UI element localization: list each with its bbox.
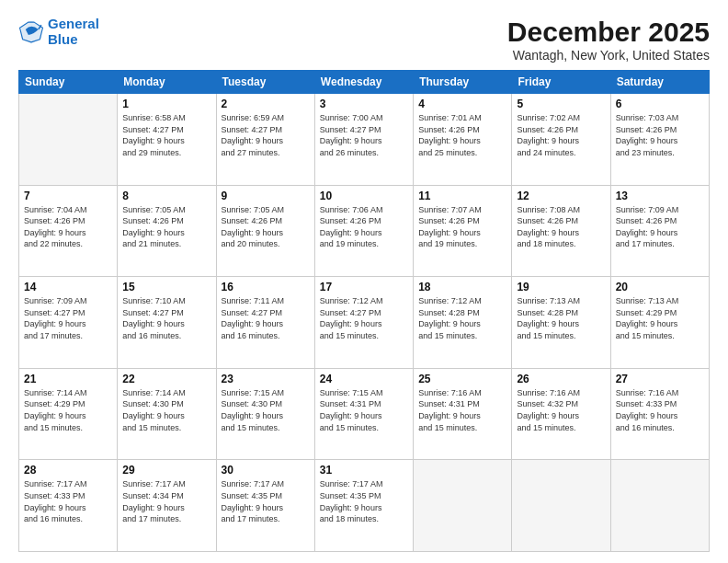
calendar-header-wednesday: Wednesday (314, 71, 413, 94)
calendar-table: SundayMondayTuesdayWednesdayThursdayFrid… (18, 70, 710, 552)
day-number: 15 (122, 281, 210, 293)
calendar-cell: 31Sunrise: 7:17 AM Sunset: 4:35 PM Dayli… (314, 460, 413, 552)
day-number: 1 (122, 98, 210, 110)
calendar-cell: 18Sunrise: 7:12 AM Sunset: 4:28 PM Dayli… (414, 277, 512, 369)
calendar-header-sunday: Sunday (19, 71, 118, 94)
calendar-cell (512, 460, 610, 552)
day-info: Sunrise: 7:17 AM Sunset: 4:35 PM Dayligh… (222, 478, 310, 524)
calendar-header-saturday: Saturday (610, 71, 709, 94)
day-info: Sunrise: 7:15 AM Sunset: 4:30 PM Dayligh… (222, 387, 310, 433)
day-number: 21 (24, 373, 112, 385)
calendar-cell: 22Sunrise: 7:14 AM Sunset: 4:30 PM Dayli… (118, 368, 216, 460)
day-info: Sunrise: 7:10 AM Sunset: 4:27 PM Dayligh… (122, 295, 210, 341)
logo-icon (18, 19, 44, 45)
day-number: 23 (222, 373, 310, 385)
day-info: Sunrise: 7:12 AM Sunset: 4:28 PM Dayligh… (418, 295, 506, 341)
day-info: Sunrise: 7:17 AM Sunset: 4:34 PM Dayligh… (122, 478, 210, 524)
calendar-cell: 6Sunrise: 7:03 AM Sunset: 4:26 PM Daylig… (610, 94, 709, 186)
day-info: Sunrise: 7:14 AM Sunset: 4:29 PM Dayligh… (24, 387, 112, 433)
day-info: Sunrise: 6:58 AM Sunset: 4:27 PM Dayligh… (122, 112, 210, 158)
calendar-cell: 27Sunrise: 7:16 AM Sunset: 4:33 PM Dayli… (610, 368, 709, 460)
day-number: 11 (418, 190, 506, 202)
day-info: Sunrise: 7:16 AM Sunset: 4:33 PM Dayligh… (616, 387, 704, 433)
day-number: 17 (320, 281, 408, 293)
day-info: Sunrise: 7:00 AM Sunset: 4:27 PM Dayligh… (320, 112, 408, 158)
calendar-cell: 13Sunrise: 7:09 AM Sunset: 4:26 PM Dayli… (610, 185, 709, 277)
day-number: 19 (517, 281, 605, 293)
logo-text: General Blue (48, 17, 99, 47)
day-number: 25 (418, 373, 506, 385)
calendar-cell: 4Sunrise: 7:01 AM Sunset: 4:26 PM Daylig… (414, 94, 512, 186)
calendar-cell: 11Sunrise: 7:07 AM Sunset: 4:26 PM Dayli… (414, 185, 512, 277)
logo-line1: General (48, 16, 99, 31)
day-info: Sunrise: 7:04 AM Sunset: 4:26 PM Dayligh… (24, 204, 112, 250)
day-info: Sunrise: 7:13 AM Sunset: 4:28 PM Dayligh… (517, 295, 605, 341)
day-info: Sunrise: 7:05 AM Sunset: 4:26 PM Dayligh… (222, 204, 310, 250)
day-info: Sunrise: 7:14 AM Sunset: 4:30 PM Dayligh… (122, 387, 210, 433)
day-number: 28 (24, 464, 112, 477)
day-info: Sunrise: 7:01 AM Sunset: 4:26 PM Dayligh… (418, 112, 506, 158)
page: General Blue December 2025 Wantagh, New … (0, 0, 728, 563)
day-info: Sunrise: 7:11 AM Sunset: 4:27 PM Dayligh… (222, 295, 310, 341)
day-info: Sunrise: 6:59 AM Sunset: 4:27 PM Dayligh… (222, 112, 310, 158)
logo-line2: Blue (48, 31, 78, 47)
day-number: 16 (222, 281, 310, 293)
day-info: Sunrise: 7:07 AM Sunset: 4:26 PM Dayligh… (418, 204, 506, 250)
calendar-cell: 26Sunrise: 7:16 AM Sunset: 4:32 PM Dayli… (512, 368, 610, 460)
calendar-cell: 7Sunrise: 7:04 AM Sunset: 4:26 PM Daylig… (19, 185, 118, 277)
day-number: 2 (222, 98, 310, 110)
day-number: 5 (517, 98, 605, 110)
day-number: 24 (320, 373, 408, 385)
calendar-cell: 3Sunrise: 7:00 AM Sunset: 4:27 PM Daylig… (314, 94, 413, 186)
calendar-cell: 20Sunrise: 7:13 AM Sunset: 4:29 PM Dayli… (610, 277, 709, 369)
day-number: 4 (418, 98, 506, 110)
main-title: December 2025 (507, 17, 710, 48)
calendar-cell: 28Sunrise: 7:17 AM Sunset: 4:33 PM Dayli… (19, 460, 118, 552)
calendar-header-monday: Monday (118, 71, 216, 94)
day-info: Sunrise: 7:17 AM Sunset: 4:33 PM Dayligh… (24, 478, 112, 524)
calendar-cell (19, 94, 118, 186)
day-info: Sunrise: 7:12 AM Sunset: 4:27 PM Dayligh… (320, 295, 408, 341)
calendar-cell: 10Sunrise: 7:06 AM Sunset: 4:26 PM Dayli… (314, 185, 413, 277)
calendar-header-row: SundayMondayTuesdayWednesdayThursdayFrid… (19, 71, 710, 94)
calendar-header-tuesday: Tuesday (216, 71, 314, 94)
calendar-cell: 17Sunrise: 7:12 AM Sunset: 4:27 PM Dayli… (314, 277, 413, 369)
calendar-cell: 9Sunrise: 7:05 AM Sunset: 4:26 PM Daylig… (216, 185, 314, 277)
calendar-week-3: 14Sunrise: 7:09 AM Sunset: 4:27 PM Dayli… (19, 277, 710, 369)
calendar-cell: 30Sunrise: 7:17 AM Sunset: 4:35 PM Dayli… (216, 460, 314, 552)
day-number: 30 (222, 464, 310, 477)
calendar-cell (414, 460, 512, 552)
day-info: Sunrise: 7:09 AM Sunset: 4:27 PM Dayligh… (24, 295, 112, 341)
calendar-cell: 16Sunrise: 7:11 AM Sunset: 4:27 PM Dayli… (216, 277, 314, 369)
day-info: Sunrise: 7:06 AM Sunset: 4:26 PM Dayligh… (320, 204, 408, 250)
day-number: 26 (517, 373, 605, 385)
calendar-cell: 19Sunrise: 7:13 AM Sunset: 4:28 PM Dayli… (512, 277, 610, 369)
day-info: Sunrise: 7:08 AM Sunset: 4:26 PM Dayligh… (517, 204, 605, 250)
day-number: 27 (616, 373, 704, 385)
calendar-cell: 1Sunrise: 6:58 AM Sunset: 4:27 PM Daylig… (118, 94, 216, 186)
day-number: 29 (122, 464, 210, 477)
day-info: Sunrise: 7:17 AM Sunset: 4:35 PM Dayligh… (320, 478, 408, 524)
subtitle: Wantagh, New York, United States (507, 48, 710, 63)
calendar-header-friday: Friday (512, 71, 610, 94)
calendar-cell: 23Sunrise: 7:15 AM Sunset: 4:30 PM Dayli… (216, 368, 314, 460)
calendar-cell (610, 460, 709, 552)
day-info: Sunrise: 7:16 AM Sunset: 4:31 PM Dayligh… (418, 387, 506, 433)
calendar-cell: 8Sunrise: 7:05 AM Sunset: 4:26 PM Daylig… (118, 185, 216, 277)
day-number: 7 (24, 190, 112, 202)
calendar-cell: 12Sunrise: 7:08 AM Sunset: 4:26 PM Dayli… (512, 185, 610, 277)
day-number: 9 (222, 190, 310, 202)
day-number: 18 (418, 281, 506, 293)
calendar-cell: 5Sunrise: 7:02 AM Sunset: 4:26 PM Daylig… (512, 94, 610, 186)
day-number: 20 (616, 281, 704, 293)
calendar-week-1: 1Sunrise: 6:58 AM Sunset: 4:27 PM Daylig… (19, 94, 710, 186)
calendar-week-4: 21Sunrise: 7:14 AM Sunset: 4:29 PM Dayli… (19, 368, 710, 460)
calendar-cell: 15Sunrise: 7:10 AM Sunset: 4:27 PM Dayli… (118, 277, 216, 369)
day-number: 13 (616, 190, 704, 202)
day-info: Sunrise: 7:16 AM Sunset: 4:32 PM Dayligh… (517, 387, 605, 433)
calendar-header-thursday: Thursday (414, 71, 512, 94)
day-info: Sunrise: 7:13 AM Sunset: 4:29 PM Dayligh… (616, 295, 704, 341)
day-number: 8 (122, 190, 210, 202)
day-info: Sunrise: 7:09 AM Sunset: 4:26 PM Dayligh… (616, 204, 704, 250)
day-number: 6 (616, 98, 704, 110)
